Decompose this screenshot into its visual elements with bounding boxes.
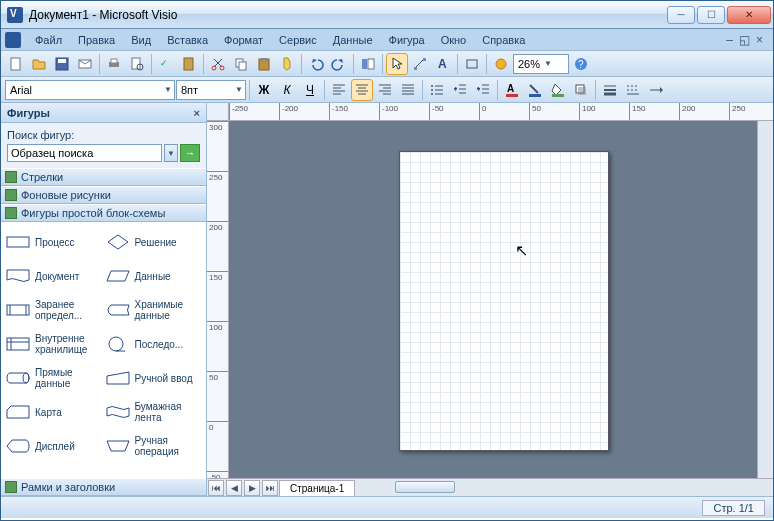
shape-manual-input[interactable]: Ручной ввод: [105, 362, 203, 394]
vertical-scrollbar[interactable]: [757, 121, 773, 478]
menu-data[interactable]: Данные: [325, 32, 381, 48]
menu-edit[interactable]: Правка: [70, 32, 123, 48]
spelling-button[interactable]: ✓: [155, 53, 177, 75]
tab-prev-button[interactable]: ◀: [226, 480, 242, 496]
page-tab-1[interactable]: Страница-1: [279, 480, 355, 496]
menu-help[interactable]: Справка: [474, 32, 533, 48]
tab-last-button[interactable]: ⏭: [262, 480, 278, 496]
align-justify-button[interactable]: [397, 79, 419, 101]
line-pattern-button[interactable]: [622, 79, 644, 101]
menu-file[interactable]: Файл: [27, 32, 70, 48]
tab-first-button[interactable]: ⏮: [208, 480, 224, 496]
shape-internal-storage[interactable]: Внутренне хранилище: [5, 328, 103, 360]
zoom-combo[interactable]: 26%▼: [513, 54, 569, 74]
preview-button[interactable]: [126, 53, 148, 75]
doc-restore-button[interactable]: ◱: [739, 33, 750, 47]
print-button[interactable]: [103, 53, 125, 75]
fill-color-button[interactable]: [547, 79, 569, 101]
shape-manual-operation[interactable]: Ручная операция: [105, 430, 203, 462]
maximize-button[interactable]: ☐: [697, 6, 725, 24]
shape-stored-data[interactable]: Хранимые данные: [105, 294, 203, 326]
align-right-button[interactable]: [374, 79, 396, 101]
line-color-button[interactable]: [524, 79, 546, 101]
shape-document[interactable]: Документ: [5, 260, 103, 292]
new-button[interactable]: [5, 53, 27, 75]
shape-data[interactable]: Данные: [105, 260, 203, 292]
svg-rect-21: [467, 60, 477, 68]
menu-insert[interactable]: Вставка: [159, 32, 216, 48]
stencil-backgrounds[interactable]: Фоновые рисунки: [1, 186, 206, 204]
rectangle-tool-button[interactable]: [461, 53, 483, 75]
research-button[interactable]: [178, 53, 200, 75]
doc-close-button[interactable]: ×: [756, 33, 763, 47]
undo-button[interactable]: [305, 53, 327, 75]
menu-shape[interactable]: Фигура: [381, 32, 433, 48]
svg-point-27: [431, 93, 433, 95]
stencil-label: Рамки и заголовки: [21, 481, 115, 493]
shadow-button[interactable]: [570, 79, 592, 101]
menu-format[interactable]: Формат: [216, 32, 271, 48]
align-left-button[interactable]: [328, 79, 350, 101]
cut-button[interactable]: [207, 53, 229, 75]
connector-tool-button[interactable]: [409, 53, 431, 75]
shape-predefined[interactable]: Заранее определ...: [5, 294, 103, 326]
size-combo[interactable]: 8пт▼: [176, 80, 246, 100]
bold-button[interactable]: Ж: [253, 79, 275, 101]
svg-rect-0: [11, 58, 20, 70]
menu-tools[interactable]: Сервис: [271, 32, 325, 48]
line-weight-button[interactable]: [599, 79, 621, 101]
open-button[interactable]: [28, 53, 50, 75]
help-button[interactable]: ?: [570, 53, 592, 75]
format-painter-button[interactable]: [276, 53, 298, 75]
search-dropdown-button[interactable]: ▼: [164, 144, 178, 162]
control-icon[interactable]: [5, 32, 21, 48]
stencil-flowchart[interactable]: Фигуры простой блок-схемы: [1, 204, 206, 222]
doc-minimize-button[interactable]: –: [726, 33, 733, 47]
shape-card[interactable]: Карта: [5, 396, 103, 428]
save-button[interactable]: [51, 53, 73, 75]
shape-sequential[interactable]: Последо...: [105, 328, 203, 360]
redo-button[interactable]: [328, 53, 350, 75]
shape-decision[interactable]: Решение: [105, 226, 203, 258]
bullets-button[interactable]: [426, 79, 448, 101]
paste-button[interactable]: [253, 53, 275, 75]
search-input[interactable]: [7, 144, 162, 162]
decrease-indent-button[interactable]: [449, 79, 471, 101]
horizontal-ruler[interactable]: -250-200-150-100-50050100150200250300350…: [229, 103, 773, 121]
shape-paper-tape[interactable]: Бумажная лента: [105, 396, 203, 428]
svg-point-37: [109, 337, 123, 351]
svg-text:A: A: [507, 83, 514, 94]
copy-button[interactable]: [230, 53, 252, 75]
shape-process[interactable]: Процесс: [5, 226, 103, 258]
search-go-button[interactable]: →: [180, 144, 200, 162]
stencil-arrows[interactable]: Стрелки: [1, 168, 206, 186]
drawing-viewport[interactable]: ↖: [229, 121, 757, 478]
shapes-window-button[interactable]: [357, 53, 379, 75]
line-ends-button[interactable]: [645, 79, 667, 101]
increase-indent-button[interactable]: [472, 79, 494, 101]
tab-next-button[interactable]: ▶: [244, 480, 260, 496]
drawing-page[interactable]: [399, 151, 609, 451]
svg-rect-18: [414, 67, 417, 70]
underline-button[interactable]: Ч: [299, 79, 321, 101]
stencil-frames[interactable]: Рамки и заголовки: [1, 478, 206, 496]
font-color-button[interactable]: A: [501, 79, 523, 101]
vertical-ruler[interactable]: 300250200150100500-50: [207, 121, 229, 478]
horizontal-scrollbar[interactable]: [355, 479, 773, 496]
minimize-button[interactable]: ─: [667, 6, 695, 24]
pointer-tool-button[interactable]: [386, 53, 408, 75]
shape-display[interactable]: Дисплей: [5, 430, 103, 462]
menu-window[interactable]: Окно: [433, 32, 475, 48]
panel-close-button[interactable]: ×: [194, 107, 200, 119]
svg-rect-31: [552, 94, 564, 97]
italic-button[interactable]: К: [276, 79, 298, 101]
align-center-button[interactable]: [351, 79, 373, 101]
scrollbar-thumb[interactable]: [395, 481, 455, 493]
shape-direct-data[interactable]: Прямые данные: [5, 362, 103, 394]
theme-button[interactable]: [490, 53, 512, 75]
close-button[interactable]: ✕: [727, 6, 771, 24]
menu-view[interactable]: Вид: [123, 32, 159, 48]
font-combo[interactable]: Arial▼: [5, 80, 175, 100]
mail-button[interactable]: [74, 53, 96, 75]
text-tool-button[interactable]: A: [432, 53, 454, 75]
